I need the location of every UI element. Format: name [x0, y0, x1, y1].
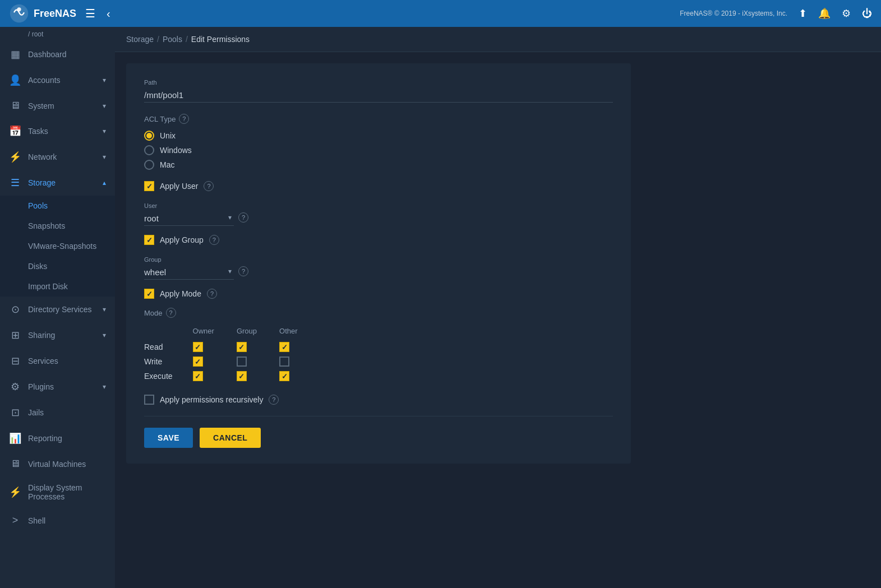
system-icon: 🖥 [9, 100, 21, 112]
group-select[interactable]: wheel [144, 265, 234, 280]
user-help-icon[interactable]: ? [238, 212, 248, 223]
edit-permissions-form: Path /mnt/pool1 ACL Type ? Unix [126, 63, 631, 464]
cancel-button[interactable]: CANCEL [200, 428, 261, 448]
breadcrumb-pools[interactable]: Pools [163, 35, 182, 44]
sidebar-item-tasks[interactable]: 📅 Tasks ▾ [0, 118, 115, 144]
user-select[interactable]: root [144, 211, 234, 226]
acl-windows-radio[interactable] [144, 145, 154, 155]
directory-services-icon: ⊙ [9, 303, 21, 316]
sidebar-item-system[interactable]: 🖥 System ▾ [0, 93, 115, 118]
plugins-arrow: ▾ [103, 383, 106, 391]
sidebar-item-display-system-processes[interactable]: ⚡ Display System Processes [0, 476, 115, 508]
sidebar-item-tasks-label: Tasks [28, 127, 48, 136]
read-other-checkbox[interactable]: ✓ [279, 342, 289, 352]
sidebar-item-sharing[interactable]: ⊞ Sharing ▾ [0, 322, 115, 348]
sidebar-subitem-pools[interactable]: Pools [0, 196, 115, 216]
acl-type-help-icon[interactable]: ? [179, 114, 189, 124]
apply-recursively-help-icon[interactable]: ? [269, 395, 279, 405]
execute-owner-checkbox[interactable]: ✓ [193, 371, 203, 381]
sidebar-item-dashboard[interactable]: ▦ Dashboard [0, 41, 115, 67]
sidebar-item-jails-label: Jails [28, 408, 44, 417]
apply-mode-label: Apply Mode [160, 289, 201, 298]
apply-mode-help-icon[interactable]: ? [207, 289, 217, 299]
acl-mac-radio[interactable] [144, 160, 154, 170]
group-help-icon[interactable]: ? [238, 266, 248, 276]
read-owner-checkbox[interactable]: ✓ [193, 342, 203, 352]
sharing-arrow: ▾ [103, 331, 106, 339]
storage-submenu: Pools Snapshots VMware-Snapshots Disks I… [0, 196, 115, 297]
save-button[interactable]: SAVE [144, 428, 193, 448]
settings-icon[interactable]: ⚙ [842, 7, 851, 20]
acl-unix-radio[interactable] [144, 131, 154, 141]
sidebar-item-system-label: System [28, 101, 54, 110]
write-group-checkbox[interactable] [237, 356, 247, 367]
sidebar-item-storage[interactable]: ☰ Storage ▴ [0, 170, 115, 196]
sidebar-item-virtual-machines[interactable]: 🖥 Virtual Machines [0, 451, 115, 476]
sidebar-item-directory-services[interactable]: ⊙ Directory Services ▾ [0, 297, 115, 322]
acl-type-label: ACL Type ? [144, 114, 613, 124]
apply-group-checkbox[interactable]: ✓ [144, 235, 154, 245]
sidebar-item-reporting[interactable]: 📊 Reporting [0, 425, 115, 451]
permissions-table: Owner Group Other Read ✓ ✓ ✓ [144, 325, 309, 383]
execute-other-checkbox[interactable]: ✓ [279, 371, 289, 381]
sidebar-item-jails[interactable]: ⊡ Jails [0, 400, 115, 425]
svg-point-1 [17, 7, 21, 11]
acl-type-field: ACL Type ? Unix Windows [144, 114, 613, 170]
table-row: Execute ✓ ✓ ✓ [144, 369, 309, 383]
apply-mode-checkmark: ✓ [146, 290, 153, 298]
network-arrow: ▾ [103, 153, 106, 161]
sidebar-item-virtual-machines-label: Virtual Machines [28, 460, 86, 469]
breadcrumb-current: Edit Permissions [191, 35, 250, 44]
group-field-label: Group [144, 256, 234, 263]
sidebar-subitem-disks[interactable]: Disks [0, 256, 115, 276]
acl-type-radio-group: Unix Windows Mac [144, 131, 613, 170]
apply-user-checkbox[interactable]: ✓ [144, 181, 154, 191]
acl-windows-option[interactable]: Windows [144, 145, 613, 155]
sidebar-item-plugins[interactable]: ⚙ Plugins ▾ [0, 374, 115, 400]
apply-recursively-checkbox[interactable] [144, 395, 154, 405]
acl-mac-option[interactable]: Mac [144, 160, 613, 170]
back-button[interactable]: ‹ [104, 5, 113, 22]
acl-windows-label: Windows [160, 146, 192, 155]
write-owner-checkbox[interactable]: ✓ [193, 356, 203, 367]
virtual-machines-icon: 🖥 [9, 458, 21, 470]
bell-icon[interactable]: 🔔 [818, 7, 831, 20]
directory-services-arrow: ▾ [103, 305, 106, 313]
sidebar: / root ▦ Dashboard 👤 Accounts ▾ 🖥 System… [0, 27, 115, 588]
storage-icon: ☰ [9, 177, 21, 189]
sidebar-item-services[interactable]: ⊟ Services [0, 348, 115, 374]
col-other: Other [268, 325, 309, 340]
acl-unix-option[interactable]: Unix [144, 131, 613, 141]
sidebar-item-accounts[interactable]: 👤 Accounts ▾ [0, 67, 115, 93]
sharing-icon: ⊞ [9, 329, 21, 341]
sidebar-subitem-import-disk[interactable]: Import Disk [0, 276, 115, 297]
apply-group-help-icon[interactable]: ? [209, 235, 219, 245]
read-label: Read [144, 340, 182, 354]
read-group-checkbox[interactable]: ✓ [237, 342, 247, 352]
mode-help-icon[interactable]: ? [166, 308, 176, 318]
apply-mode-checkbox[interactable]: ✓ [144, 289, 154, 299]
sidebar-subitem-snapshots[interactable]: Snapshots [0, 216, 115, 236]
hamburger-menu[interactable]: ☰ [83, 4, 98, 22]
sidebar-item-storage-label: Storage [28, 178, 56, 187]
system-arrow: ▾ [103, 102, 106, 110]
apply-user-row: ✓ Apply User ? [144, 181, 613, 191]
user-dropdown-wrapper: root [144, 211, 234, 226]
write-other-checkbox[interactable] [279, 356, 289, 367]
sidebar-item-network-label: Network [28, 152, 57, 161]
sidebar-item-network[interactable]: ⚡ Network ▾ [0, 144, 115, 170]
apply-user-help-icon[interactable]: ? [204, 181, 214, 191]
sidebar-item-directory-services-label: Directory Services [28, 305, 92, 314]
sidebar-item-services-label: Services [28, 356, 58, 365]
breadcrumb-sep2: / [186, 35, 188, 44]
execute-group-checkbox[interactable]: ✓ [237, 371, 247, 381]
sidebar-item-shell[interactable]: > Shell [0, 508, 115, 533]
sidebar-item-accounts-label: Accounts [28, 76, 61, 85]
breadcrumb-storage[interactable]: Storage [126, 35, 154, 44]
apply-mode-row: ✓ Apply Mode ? [144, 289, 613, 299]
col-group: Group [225, 325, 268, 340]
sidebar-subitem-vmware-snapshots[interactable]: VMware-Snapshots [0, 236, 115, 256]
power-icon[interactable]: ⏻ [862, 8, 872, 20]
mode-table: Owner Group Other Read ✓ ✓ ✓ [144, 325, 613, 383]
upload-icon[interactable]: ⬆ [799, 7, 807, 20]
